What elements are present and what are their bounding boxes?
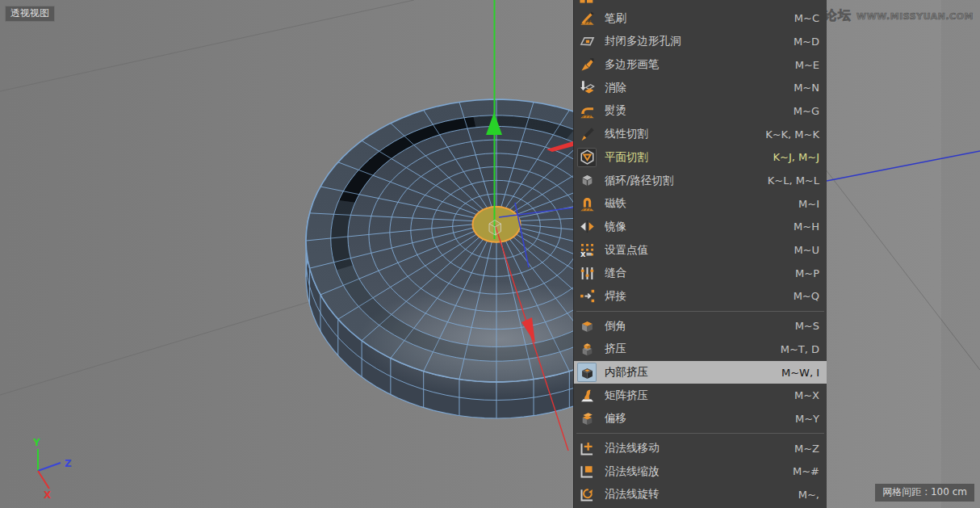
menu-item-bevel[interactable]: 倒角M~S [574,314,827,338]
menu-item-shortcut: M~S [795,320,827,332]
menu-item-magnet[interactable]: 磁铁M~I [574,192,827,216]
grid-spacing-badge: 网格间距 : 100 cm [875,484,974,502]
menu-item-shortcut: M~# [793,465,827,477]
menu-item-extrude[interactable]: 挤压M~T, D [574,338,827,361]
axis-center-cube[interactable] [489,220,501,236]
menu-item-set-point-value[interactable]: x=设置点值M~U [574,238,827,262]
matrix-extrude-icon [577,386,597,405]
bevel-icon [577,317,597,336]
weld-icon [577,287,597,306]
menu-item-plane-cut[interactable]: 平面切割K~J, M~J [574,145,827,169]
menu-item-label: 沿法线移动 [605,441,794,456]
viewport-view-label[interactable]: 透视视图 [5,6,55,22]
world-axis-gizmo: Y Z X [32,437,72,501]
close-polygon-hole-icon [577,31,597,51]
gizmo-y-label: Y [32,437,40,448]
menu-item-shortcut: M~H [794,220,827,233]
smooth-shift-icon [577,409,597,428]
line-cut-icon [577,124,597,144]
loop-cut-icon [577,171,597,191]
menu-item-matrix-extrude[interactable]: 矩阵挤压M~X [574,384,827,407]
c4d-perspective-viewport: Y Z X 透视视图 思缘设计论坛WWW.MISSYUAN.COM 网格间距 :… [0,0,980,508]
menu-item-label: 内部挤压 [605,365,781,380]
menu-item-extrude-inner[interactable]: 内部挤压M~W, I [574,361,827,384]
menu-item-shortcut: M~Z [794,443,827,455]
menu-item-label: 沿法线缩放 [605,464,793,479]
menu-item-label: 设置点值 [605,243,794,258]
menu-item-shortcut: K~K, M~K [765,128,827,141]
menu-separator [574,430,827,437]
menu-item-label: 镜像 [605,220,794,234]
polygon-pen-icon [577,55,597,74]
menu-item-label: 消除 [605,81,794,95]
mirror-icon [577,217,597,237]
menu-item-shortcut: M~Y [795,413,827,425]
menu-item-close-polygon-hole[interactable]: 封闭多边形孔洞M~D [574,30,827,53]
brush-icon [577,9,597,28]
magnet-icon [577,194,597,213]
menu-item-label: 磁铁 [605,196,798,211]
set-point-value-icon: x= [577,241,597,260]
gizmo-x-label: X [44,489,52,501]
rotate-normals-icon [577,485,597,504]
menu-item-line-cut[interactable]: 线性切割K~K, M~K [574,123,827,146]
menu-item-label: 沿法线旋转 [605,487,798,502]
menu-item-shortcut: M~N [794,82,827,94]
menu-item-polygon-pen[interactable]: 多边形画笔M~E [574,53,827,77]
menu-item-shortcut: M~W, I [781,367,827,379]
menu-item-mirror[interactable]: 镜像M~H [574,216,827,239]
menu-item-loop-path-cut[interactable]: 循环/路径切割K~L, M~L [574,169,827,192]
menu-item-scale-along-normals[interactable]: 沿法线缩放M~# [574,460,827,483]
menu-item-shortcut: M~, [798,489,827,501]
menu-item-dissolve[interactable]: 消除M~N [574,76,827,99]
context-menu: 笔刷M~C封闭多边形孔洞M~D多边形画笔M~E消除M~N熨烫M~G线性切割K~K… [573,0,827,508]
menu-item-brush[interactable]: 笔刷M~C [574,6,827,30]
menu-item-label: 缝合 [605,266,795,280]
menu-item-label: 笔刷 [605,11,794,26]
partial-icon [578,0,596,5]
menu-item-shortcut: M~E [795,59,827,71]
menu-item-label: 倒角 [605,319,795,334]
menu-item-shortcut: M~G [794,105,827,117]
menu-item-label: 挤压 [605,342,781,356]
plane-cut-icon [577,148,597,167]
menu-item-label: 矩阵挤压 [605,388,794,403]
move-normals-icon [577,439,597,458]
menu-item-shortcut: M~P [795,267,827,279]
menu-item-shortcut: M~U [794,244,827,256]
watermark-site-url: WWW.MISSYUAN.COM [856,11,974,22]
menu-item-label: 循环/路径切割 [605,174,768,188]
menu-item-label: 平面切割 [605,150,773,165]
menu-item-stitch-and-sew[interactable]: 缝合M~P [574,262,827,285]
menu-separator [574,308,827,314]
menu-item-iron[interactable]: 熨烫M~G [574,99,827,123]
menu-item-shortcut: K~J, M~J [773,151,827,163]
menu-item-shortcut: M~C [794,12,827,24]
menu-item-shortcut: M~T, D [781,343,827,355]
menu-item-weld[interactable]: 焊接M~Q [574,285,827,309]
menu-item-label: 封闭多边形孔洞 [605,34,794,48]
menu-item-move-along-normals[interactable]: 沿法线移动M~Z [574,437,827,460]
menu-item-label: 多边形画笔 [605,57,795,72]
menu-item-smooth-shift[interactable]: 偏移M~Y [574,407,827,430]
menu-item-label: 焊接 [605,289,794,304]
menu-item-shortcut: M~I [798,198,827,210]
extrude-icon [577,339,597,359]
iron-icon [577,101,597,120]
scale-normals-icon [577,462,597,481]
gizmo-z-label: Z [65,458,72,469]
menu-item-rotate-along-normals[interactable]: 沿法线旋转M~, [574,483,827,506]
viewport-shade-band [941,0,980,508]
menu-item-shortcut: M~X [794,389,827,401]
stitch-icon [577,263,597,283]
menu-item-shortcut: M~Q [794,290,827,302]
extrude-inner-icon [577,363,597,382]
menu-item-shortcut: M~D [794,36,827,48]
menu-item-partial[interactable] [574,0,827,6]
menu-item-shortcut: K~L, M~L [768,174,827,187]
menu-item-label: 熨烫 [605,103,794,118]
menu-item-label: 线性切割 [605,127,765,141]
menu-item-label: 偏移 [605,411,795,426]
svg-text:x=: x= [580,250,593,258]
viewport-canvas[interactable]: Y Z X [0,0,980,508]
